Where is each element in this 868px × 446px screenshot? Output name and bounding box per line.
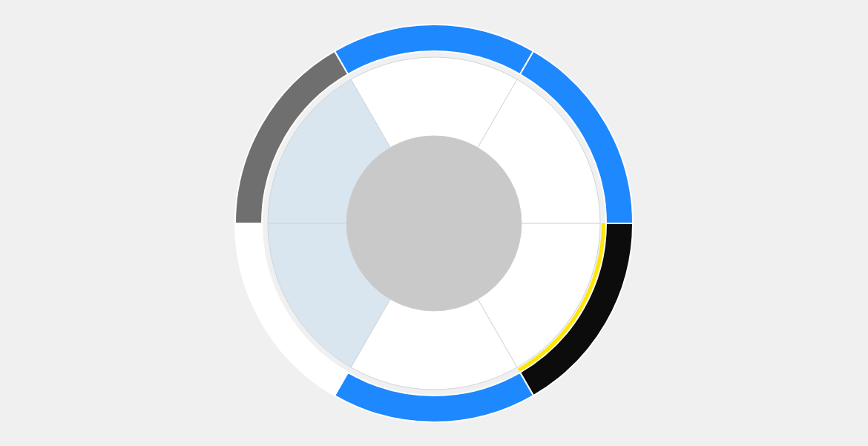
hub-circle (346, 136, 522, 311)
ring-svg (226, 16, 642, 431)
radial-menu: C1 Locations Products ON ? Help Shop Dis… (226, 16, 642, 431)
